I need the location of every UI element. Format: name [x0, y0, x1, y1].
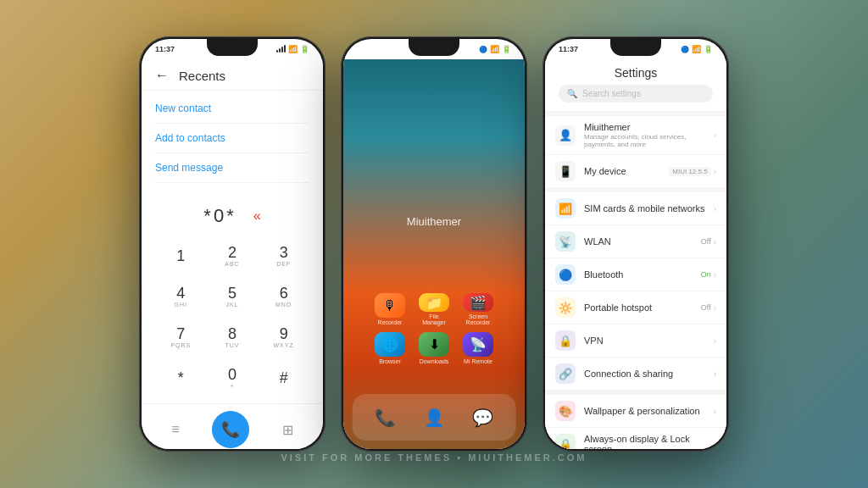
app-browser-label: Browser [379, 358, 401, 364]
bt-icon: 🔵 [479, 46, 487, 53]
back-button[interactable]: ← [155, 68, 169, 83]
call-button[interactable]: 📞 [212, 411, 249, 448]
search-icon: 🔍 [567, 89, 577, 98]
miui-version-badge: MIUI 12.5.5 [669, 167, 710, 176]
keypad-row-4: * 0 + # [155, 359, 309, 396]
app-row-2: 🌐 Browser ⬇ Downloads 📡 Mi Remote [374, 332, 494, 364]
chevron-icon-6: › [714, 303, 716, 313]
aod-icon: 🔒 [555, 434, 576, 449]
keypad-row-3: 7 PQRS 8 TUV 9 WXYZ [155, 319, 309, 356]
chevron-icon-4: › [714, 237, 716, 247]
chevron-icon-5: › [714, 270, 716, 280]
settings-screen: Settings 🔍 Search settings 👤 Miuithemer … [545, 59, 726, 449]
status-icons-1: 📶 🔋 [276, 45, 309, 54]
sim-icon: 📶 [555, 198, 576, 219]
app-recorder-label: Recorder [378, 319, 403, 325]
wallpaper-title: Wallpaper & personalization [584, 406, 705, 416]
settings-item-device[interactable]: 📱 My device MIUI 12.5.5 › [545, 155, 726, 187]
status-icons-2: 🔵 📶 🔋 [479, 45, 511, 53]
vpn-icon: 🔒 [555, 330, 576, 351]
signal-icon-3: 📶 [692, 45, 701, 53]
wallpaper-icon: 🎨 [555, 401, 576, 421]
key-1[interactable]: 1 [159, 237, 203, 274]
app-files[interactable]: 📁 File Manager [418, 293, 450, 325]
key-7[interactable]: 7 PQRS [159, 319, 203, 356]
settings-connectivity-section: 📶 SIM cards & mobile networks › 📡 WLAN O… [545, 192, 726, 390]
app-browser[interactable]: 🌐 Browser [374, 332, 406, 364]
bluetooth-icon: 🔵 [555, 264, 576, 285]
hotspot-icon: 🔆 [555, 297, 576, 318]
watermark: VISIT FOR MORE THEMES • MIUITHEMER.COM [281, 452, 587, 463]
key-0[interactable]: 0 + [210, 359, 254, 396]
miuithemer-title: Miuithemer [584, 122, 705, 132]
miuithemer-icon: 👤 [555, 125, 576, 146]
key-4[interactable]: 4 GHI [159, 278, 203, 315]
settings-item-vpn[interactable]: 🔒 VPN › [545, 324, 726, 358]
dock-phone-icon[interactable]: 📞 [375, 408, 396, 428]
key-5[interactable]: 5 JKL [210, 278, 254, 315]
send-message-link[interactable]: Send message [155, 157, 309, 179]
grid-button[interactable]: ⊞ [282, 422, 293, 438]
notch-1 [207, 39, 258, 56]
home-brand-label: Miuithemer [407, 215, 461, 228]
app-downloads-label: Downloads [420, 358, 449, 364]
contact-links: New contact Add to contacts Send message [142, 91, 323, 193]
settings-search-bar[interactable]: 🔍 Search settings [559, 85, 713, 103]
dock-messages-icon[interactable]: 💬 [472, 408, 493, 428]
wifi-icon: 📶 [288, 45, 298, 53]
dialer-screen: ← Recents New contact Add to contacts Se… [142, 59, 323, 449]
hotspot-status: Off [701, 303, 711, 312]
key-hash[interactable]: # [262, 359, 306, 396]
app-screen-label: Screen Recorder [462, 313, 494, 325]
connection-title: Connection & sharing [584, 369, 705, 379]
keypad: 1 2 ABC 3 DEF 4 GHI [142, 234, 323, 403]
device-title: My device [584, 166, 660, 176]
app-grid: 🎙 Recorder 📁 File Manager 🎬 Screen Recor… [374, 293, 494, 364]
chevron-icon: › [714, 130, 716, 140]
dock-contacts-icon[interactable]: 👤 [424, 408, 445, 428]
key-8[interactable]: 8 TUV [210, 319, 254, 356]
bluetooth-status: On [701, 270, 711, 279]
key-3[interactable]: 3 DEF [262, 237, 306, 274]
app-screen-recorder[interactable]: 🎬 Screen Recorder [462, 293, 494, 325]
add-to-contacts-link[interactable]: Add to contacts [155, 127, 309, 149]
app-remote[interactable]: 📡 Mi Remote [462, 332, 494, 364]
settings-title: Settings [559, 66, 713, 80]
menu-button[interactable]: ≡ [171, 422, 179, 437]
signal-icon-2: 📶 [490, 45, 499, 53]
settings-item-aod[interactable]: 🔒 Always-on display & Lock screen › [545, 428, 726, 449]
new-contact-link[interactable]: New contact [155, 97, 309, 119]
settings-item-wlan[interactable]: 📡 WLAN Off › [545, 225, 726, 258]
key-2[interactable]: 2 ABC [210, 237, 254, 274]
time-3: 11:37 [559, 45, 578, 53]
settings-item-miuithemer[interactable]: 👤 Miuithemer Manage accounts, cloud serv… [545, 116, 726, 155]
chevron-icon-2: › [714, 167, 716, 176]
settings-item-sim[interactable]: 📶 SIM cards & mobile networks › [545, 192, 726, 225]
bluetooth-title: Bluetooth [584, 269, 693, 280]
hotspot-title: Portable hotspot [584, 302, 693, 313]
vpn-title: VPN [584, 336, 705, 346]
settings-item-wallpaper[interactable]: 🎨 Wallpaper & personalization › [545, 395, 726, 428]
phone-3: 11:37 🔵 📶 🔋 Settings 🔍 Search settings 👤 [542, 36, 729, 452]
chevron-icon-9: › [714, 407, 716, 416]
battery-icon-2: 🔋 [502, 45, 511, 53]
key-star[interactable]: * [159, 359, 203, 396]
keypad-row-1: 1 2 ABC 3 DEF [155, 237, 309, 274]
app-downloads[interactable]: ⬇ Downloads [418, 332, 450, 364]
settings-item-bluetooth[interactable]: 🔵 Bluetooth On › [545, 258, 726, 291]
settings-item-hotspot[interactable]: 🔆 Portable hotspot Off › [545, 291, 726, 324]
phone-1: 11:37 📶 🔋 ← Recents N [139, 36, 326, 452]
settings-header: Settings 🔍 Search settings [545, 59, 726, 111]
delete-button[interactable]: « [253, 208, 261, 224]
home-screen: Miuithemer 🎙 Recorder 📁 File Manager 🎬 S… [343, 59, 525, 449]
settings-account-section: 👤 Miuithemer Manage accounts, cloud serv… [545, 116, 726, 187]
app-row-1: 🎙 Recorder 📁 File Manager 🎬 Screen Recor… [374, 293, 494, 325]
key-6[interactable]: 6 MNO [262, 278, 306, 315]
keypad-row-2: 4 GHI 5 JKL 6 MNO [155, 278, 309, 315]
key-9[interactable]: 9 WXYZ [262, 319, 306, 356]
settings-item-connection[interactable]: 🔗 Connection & sharing › [545, 358, 726, 390]
home-dock: 📞 👤 💬 [353, 394, 516, 441]
app-recorder[interactable]: 🎙 Recorder [374, 293, 406, 325]
dial-display: *0* « [142, 193, 323, 234]
connection-icon: 🔗 [555, 363, 576, 384]
